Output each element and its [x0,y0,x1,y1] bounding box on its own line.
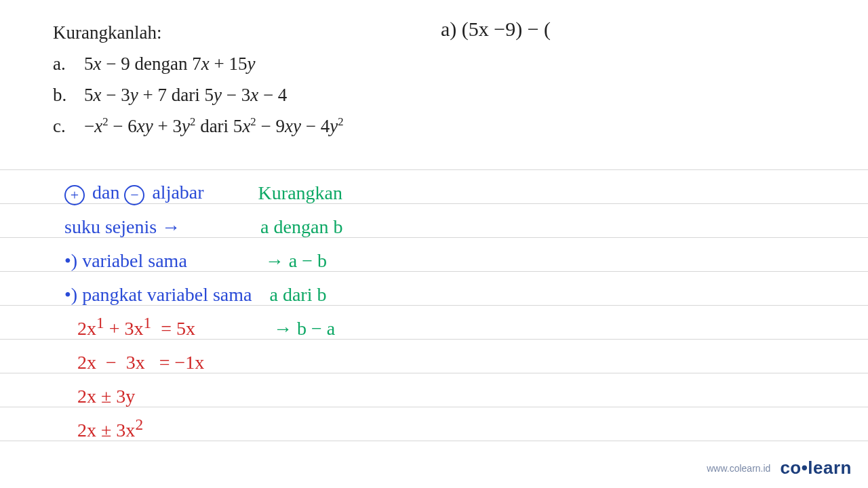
handwriting-segment: → b − a [195,318,335,340]
item-expression: 5x − 9 dengan 7x + 15y [84,50,255,79]
handwriting-segment: 2x ± 3y [64,386,135,407]
footer-url: www.colearn.id [707,463,770,474]
line-content: + dan − aljabarKurangkan [64,177,342,204]
line-content: 2x ± 3y [64,380,135,407]
handwriting-segment: 2x ± 3x2 [64,415,143,441]
line-content: 2x ± 3x2 [64,414,143,441]
problem-block: Kurangkanlah: a.5x − 9 dengan 7x + 15yb.… [53,19,344,140]
handwriting-segment: a dari b [252,284,326,306]
handwritten-answer-a: a) (5x −9) − ( [441,18,551,41]
problem-item: c.−x2 − 6xy + 3y2 dari 5x2 − 9xy − 4y2 [53,113,344,141]
item-expression: 5x − 3y + 7 dari 5y − 3x − 4 [84,81,287,110]
item-marker: c. [53,113,84,141]
item-marker: a. [53,50,84,79]
ruled-area: + dan − aljabarKurangkansuku sejenis →a … [0,169,868,474]
problem-item: a.5x − 9 dengan 7x + 15y [53,50,344,79]
item-marker: b. [53,81,84,110]
brand-logo: co•learn [780,458,852,479]
problem-item: b.5x − 3y + 7 dari 5y − 3x − 4 [53,81,344,110]
line-content: •) variabel sama → a − b [64,245,327,272]
problem-heading: Kurangkanlah: [53,19,344,47]
handwriting-segment: suku sejenis → [64,216,180,238]
brand-dot-icon: • [802,458,808,478]
line-content: 2x − 3x = −1x [64,346,204,373]
handwriting-segment: •) pangkat variabel sama [64,284,252,306]
handwriting-segment: → a − b [187,250,327,272]
line-content: •) pangkat variabel samaa dari b [64,279,326,306]
handwriting-segment: a dengan b [180,216,342,238]
line-content: 2x1 + 3x1 = 5x → b − a [64,312,335,340]
handwriting-segment: 2x − 3x = −1x [64,352,204,373]
line-content: suku sejenis →a dengan b [64,211,342,238]
handwriting-segment: Kurangkan [204,182,342,204]
handwriting-segment: + dan − aljabar [64,182,204,204]
footer: www.colearn.id co•learn [707,458,852,479]
item-expression: −x2 − 6xy + 3y2 dari 5x2 − 9xy − 4y2 [84,113,344,141]
handwriting-segment: •) variabel sama [64,250,187,272]
handwriting-segment: 2x1 + 3x1 = 5x [64,314,195,340]
